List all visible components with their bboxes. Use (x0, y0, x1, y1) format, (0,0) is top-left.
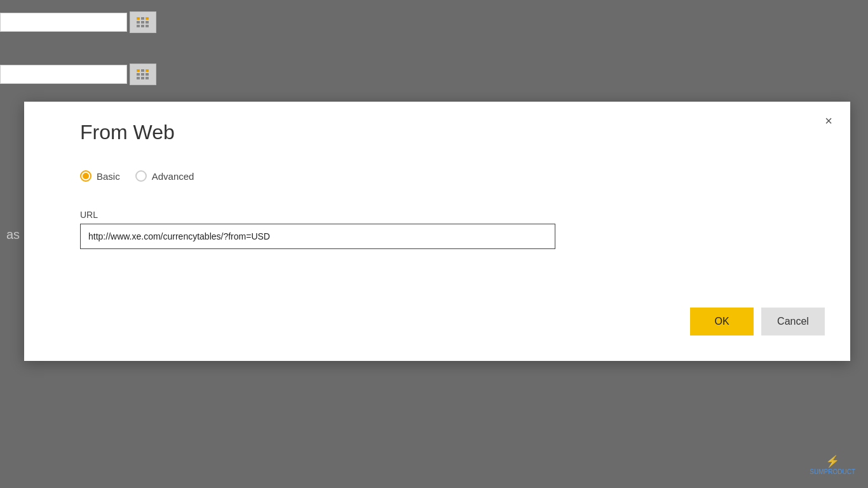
dialog-title: From Web (80, 121, 175, 144)
basic-radio-label: Basic (97, 171, 120, 182)
url-input[interactable] (80, 224, 555, 249)
background-text: as (0, 227, 20, 242)
radio-group: Basic Advanced (80, 170, 194, 182)
url-label: URL (80, 210, 98, 220)
watermark: ⚡ SUMPRODUCT (810, 454, 855, 475)
close-button[interactable]: × (820, 112, 837, 130)
url-input-wrapper (80, 224, 555, 249)
advanced-radio-circle (135, 170, 147, 182)
cancel-button[interactable]: Cancel (761, 308, 825, 336)
watermark-text: SUMPRODUCT (810, 468, 855, 475)
ok-button[interactable]: OK (690, 308, 754, 336)
from-web-dialog: × From Web Basic Advanced URL OK Cancel (24, 102, 850, 361)
dialog-buttons: OK Cancel (690, 308, 825, 336)
basic-radio-circle (80, 170, 92, 182)
advanced-radio-label: Advanced (152, 171, 194, 182)
advanced-radio-option[interactable]: Advanced (135, 170, 194, 182)
watermark-icon: ⚡ (810, 454, 855, 468)
basic-radio-option[interactable]: Basic (80, 170, 120, 182)
